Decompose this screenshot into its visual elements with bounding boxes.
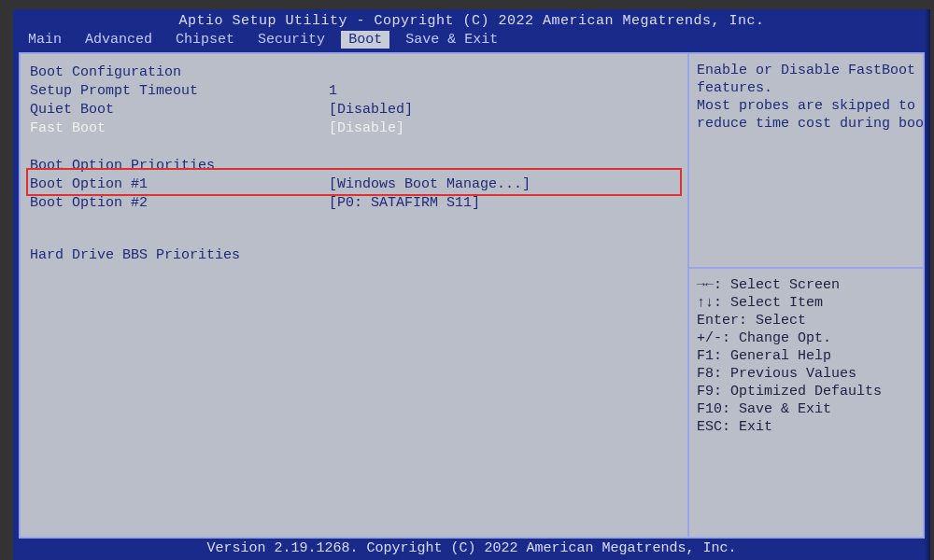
- spacer: [30, 213, 678, 230]
- info-pane: Enable or Disable FastBoot features. Mos…: [689, 54, 923, 537]
- value-quiet-boot: [Disabled]: [329, 101, 413, 119]
- tab-security[interactable]: Security: [250, 31, 333, 49]
- bios-screen: Aptio Setup Utility - Copyright (C) 2022…: [0, 0, 934, 560]
- tab-main[interactable]: Main: [21, 31, 69, 49]
- key-esc-exit: ESC: Exit: [697, 418, 915, 436]
- label-setup-prompt-timeout: Setup Prompt Timeout: [30, 82, 329, 101]
- tab-save-exit[interactable]: Save & Exit: [398, 31, 505, 49]
- section-label-priorities: Boot Option Priorities: [30, 157, 329, 175]
- row-boot-option-2[interactable]: Boot Option #2 [P0: SATAFIRM S11]: [30, 194, 678, 213]
- label-fast-boot: Fast Boot: [30, 119, 329, 138]
- key-general-help: F1: General Help: [697, 347, 915, 365]
- title-bar: Aptio Setup Utility - Copyright (C) 2022…: [13, 9, 930, 31]
- help-line: reduce time cost during boot.: [697, 115, 915, 133]
- key-select-screen: →←: Select Screen: [697, 276, 915, 294]
- settings-pane: Boot Configuration Setup Prompt Timeout …: [21, 54, 689, 537]
- row-hdd-bbs-priorities[interactable]: Hard Drive BBS Priorities: [30, 246, 678, 265]
- menu-bar: Main Advanced Chipset Security Boot Save…: [13, 31, 930, 50]
- section-boot-option-priorities: Boot Option Priorities: [30, 157, 678, 175]
- section-boot-configuration: Boot Configuration: [30, 63, 678, 82]
- key-select-item: ↑↓: Select Item: [697, 294, 915, 312]
- help-line: features.: [697, 79, 915, 97]
- help-line: Most probes are skipped to: [697, 97, 915, 115]
- key-change-opt: +/-: Change Opt.: [697, 329, 915, 347]
- spacer: [30, 138, 678, 155]
- row-fast-boot[interactable]: Fast Boot [Disable]: [30, 119, 678, 138]
- tab-chipset[interactable]: Chipset: [168, 31, 242, 49]
- row-setup-prompt-timeout[interactable]: Setup Prompt Timeout 1: [30, 82, 678, 101]
- value-boot-option-1: [Windows Boot Manage...]: [329, 175, 531, 194]
- value-boot-option-2: [P0: SATAFIRM S11]: [329, 194, 480, 213]
- value-fast-boot: [Disable]: [329, 119, 404, 138]
- key-legend-panel: →←: Select Screen ↑↓: Select Item Enter:…: [689, 269, 923, 537]
- key-save-exit: F10: Save & Exit: [697, 400, 915, 418]
- label-boot-option-2: Boot Option #2: [30, 194, 329, 213]
- help-text-panel: Enable or Disable FastBoot features. Mos…: [689, 54, 923, 269]
- tab-boot[interactable]: Boot: [341, 31, 389, 49]
- key-optimized-defaults: F9: Optimized Defaults: [697, 383, 915, 400]
- bezel-shadow: [925, 9, 930, 560]
- value-setup-prompt-timeout: 1: [329, 82, 337, 101]
- row-quiet-boot[interactable]: Quiet Boot [Disabled]: [30, 101, 678, 119]
- spacer: [30, 230, 678, 246]
- label-hdd-bbs: Hard Drive BBS Priorities: [30, 246, 329, 265]
- label-quiet-boot: Quiet Boot: [30, 101, 329, 119]
- row-boot-option-1[interactable]: Boot Option #1 [Windows Boot Manage...]: [30, 175, 678, 194]
- footer-bar: Version 2.19.1268. Copyright (C) 2022 Am…: [13, 539, 930, 560]
- label-boot-option-1: Boot Option #1: [30, 175, 329, 194]
- tab-advanced[interactable]: Advanced: [78, 31, 160, 49]
- section-label: Boot Configuration: [30, 63, 329, 82]
- key-enter-select: Enter: Select: [697, 312, 915, 329]
- content-frame: Boot Configuration Setup Prompt Timeout …: [19, 52, 925, 539]
- help-line: Enable or Disable FastBoot: [697, 62, 915, 79]
- key-previous-values: F8: Previous Values: [697, 365, 915, 383]
